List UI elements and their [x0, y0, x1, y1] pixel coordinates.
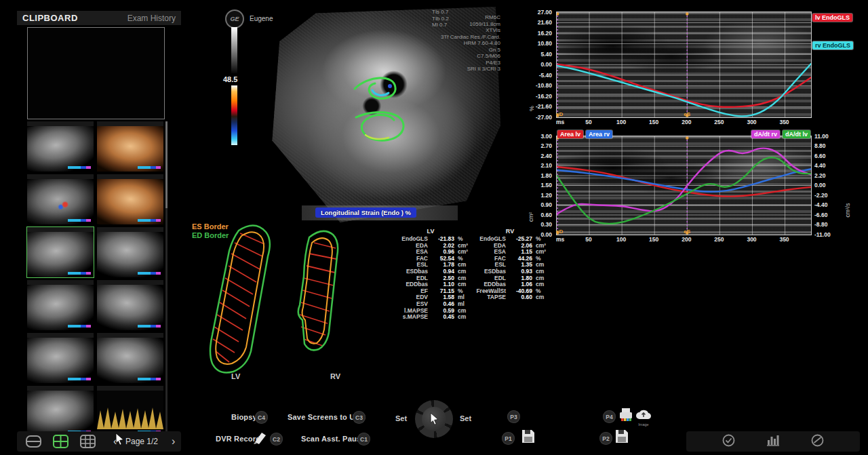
thumbnail[interactable]	[97, 280, 163, 330]
y-tick-label: 0.00	[540, 231, 552, 238]
cancel-circle-icon[interactable]	[811, 434, 824, 450]
set-right-button[interactable]: Set	[460, 414, 471, 422]
series-Area lv	[557, 167, 811, 197]
thumbnail[interactable]	[97, 333, 163, 383]
thumbnail[interactable]	[97, 386, 163, 436]
y-tick-label: -11.00	[814, 231, 831, 238]
save-image-icon[interactable]	[521, 429, 536, 447]
ge-logo: GE	[225, 9, 244, 28]
save-image-icon-2[interactable]	[614, 429, 629, 447]
legend-badge: Area rv	[586, 130, 612, 138]
lv-table-title: LV	[390, 228, 471, 235]
fetal-cardio-workstation: CLIPBOARD Exam History ‹ Page 1/2 › GE E…	[0, 0, 868, 455]
legend-badge: dA/dt lv	[783, 130, 810, 138]
clipboard-scrollbar[interactable]	[165, 121, 167, 432]
thumbnail[interactable]	[27, 227, 94, 277]
thumbnail[interactable]	[27, 386, 94, 436]
thumbnail[interactable]	[97, 227, 163, 277]
thumbnail[interactable]	[27, 333, 94, 383]
y-tick-label: 16.20	[538, 30, 552, 37]
layout-quad-icon[interactable]	[53, 435, 68, 451]
x-tick-label: 100	[616, 236, 626, 243]
y-tick-label: 2.40	[540, 153, 552, 159]
x-tick-label: 250	[714, 119, 724, 125]
y-tick-label: 0.90	[540, 201, 552, 208]
param-line: Gn 5	[393, 47, 500, 54]
y-tick-label: 5.40	[540, 51, 552, 58]
check-circle-icon[interactable]	[722, 434, 735, 450]
y-tick-label: -16.20	[536, 93, 552, 100]
page-indicator: Page 1/2	[125, 437, 158, 446]
y-tick-label: -2.20	[814, 192, 827, 199]
scale-value: 48.5	[223, 75, 237, 83]
y-tick-label: 1.20	[540, 192, 552, 199]
top-chart-phase-markers: eDeS	[556, 111, 810, 118]
trackball[interactable]	[415, 400, 453, 438]
acquisition-params-readout: RM6C1059/11.8cmXTVIs3Tf Cardiac Res./F.C…	[393, 14, 500, 73]
clipboard-footer: ‹ Page 1/2 ›	[17, 431, 181, 452]
ultrasound-viewport: GE Eugene 48.5 TIs 0.7TIb 0.2MI 0.7 RM6C…	[220, 5, 502, 226]
thumbnail[interactable]	[27, 280, 94, 330]
ventricle-traces	[190, 218, 393, 381]
save-screens-keycap[interactable]: C3	[353, 411, 366, 424]
bottom-chart-legend-left: Area lvArea rv	[557, 130, 612, 138]
grayscale-bar	[231, 27, 237, 73]
measurement-row: s.MAPSE0.45cm	[390, 314, 471, 321]
legend-badge: dA/dt rv	[751, 130, 780, 138]
y-tick-label: -10.80	[536, 82, 552, 89]
y-tick-label: -5.40	[539, 72, 552, 79]
biopsy-button[interactable]: Biopsy	[231, 413, 257, 421]
set-left-button[interactable]: Set	[395, 414, 407, 422]
phase-marker-eD: eD	[556, 111, 563, 117]
strain-chart-plot[interactable]	[556, 12, 812, 118]
pointer-icon	[429, 412, 440, 426]
phase-marker-eD: eD	[556, 229, 563, 235]
y-tick-label: -21.60	[536, 103, 552, 110]
thumbnail[interactable]	[97, 174, 163, 224]
scan-assist-pause-button[interactable]: Scan Asst. Pause	[301, 435, 366, 443]
y-tick-label: -27.00	[536, 114, 552, 121]
cloud-upload-icon[interactable]: Image	[635, 409, 652, 427]
series-Area rv	[557, 169, 811, 191]
printer-icon[interactable]	[618, 408, 633, 426]
x-tick-label: 200	[682, 236, 691, 243]
histogram-icon[interactable]	[766, 434, 780, 449]
bottom-chart-x-axis: ms50100150200250300350	[556, 236, 810, 243]
clipboard-header: CLIPBOARD Exam History	[17, 11, 181, 25]
bottom-chart-legend-right: dA/dt rvdA/dt lv	[751, 130, 810, 138]
p4-button[interactable]: P4	[603, 410, 616, 423]
param-line: HRM 7.60-4.80	[393, 40, 500, 47]
x-tick-label: 200	[682, 119, 691, 125]
p3-button[interactable]: P3	[507, 410, 520, 423]
rv-measurements: RV EndoGLS-25.27% EDA2.06cm² ESA1.15cm² …	[468, 228, 552, 301]
mode-label-badge: Longitudinal Strain (Endo ) %	[315, 207, 416, 218]
thumbnail[interactable]	[27, 121, 94, 172]
dvr-record-keycap[interactable]: C2	[270, 433, 283, 446]
phase-marker-eS: eS	[684, 229, 690, 235]
scrollbar-handle[interactable]	[165, 121, 167, 208]
y-tick-label: 0.00	[814, 182, 826, 189]
x-tick-label: 250	[714, 236, 724, 243]
biopsy-keycap[interactable]: C4	[255, 411, 268, 424]
tab-exam-history[interactable]: Exam History	[127, 14, 176, 23]
area-chart-plot[interactable]	[556, 136, 812, 235]
y-tick-label: 0.60	[540, 212, 552, 218]
thumbnail[interactable]	[27, 174, 94, 224]
x-tick-label: 50	[585, 236, 591, 243]
clipboard-preview	[27, 27, 165, 119]
layout-single-icon[interactable]	[26, 435, 41, 450]
x-axis-unit: ms	[556, 119, 564, 125]
p2-button[interactable]: P2	[599, 432, 612, 445]
p1-button[interactable]: P1	[502, 432, 515, 445]
rv-trace-label: RV	[330, 372, 340, 380]
thumbnail[interactable]	[97, 121, 163, 172]
layout-nine-icon[interactable]	[80, 435, 96, 451]
x-axis-unit: ms	[556, 236, 564, 243]
y-tick-label: 6.60	[814, 153, 826, 159]
lv-measurements: LV EndoGLS-21.83% EDA2.02cm² ESA0.96cm² …	[390, 228, 471, 321]
page-next-button[interactable]: ›	[169, 436, 178, 447]
scan-assist-keycap[interactable]: C1	[357, 433, 370, 446]
param-line: 3Tf Cardiac Res./F.Card.	[393, 34, 500, 41]
x-tick-label: 150	[649, 236, 658, 243]
y-tick-label: 1.50	[540, 182, 552, 189]
